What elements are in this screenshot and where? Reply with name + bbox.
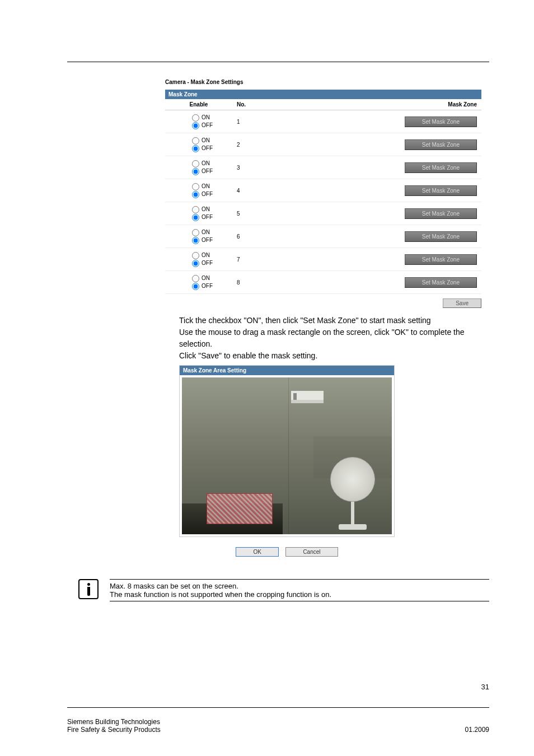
table-row: ONOFF4Set Mask Zone: [165, 179, 481, 202]
row-number: 2: [232, 133, 333, 156]
radio-off[interactable]: OFF: [192, 236, 228, 244]
row-number: 8: [232, 271, 333, 294]
page-footer: 31 Siemens Building Technologies Fire Sa…: [67, 707, 489, 734]
table-row: ONOFF3Set Mask Zone: [165, 156, 481, 179]
row-number: 5: [232, 202, 333, 225]
radio-on[interactable]: ON: [192, 206, 228, 213]
ac-unit-lamp: [293, 393, 297, 400]
page-number: 31: [481, 683, 489, 691]
table-row: ONOFF7Set Mask Zone: [165, 248, 481, 271]
video-preview[interactable]: [182, 377, 392, 534]
note-block: Max. 8 masks can be set on the screen. T…: [67, 579, 489, 601]
set-mask-zone-button[interactable]: Set Mask Zone: [405, 254, 477, 265]
radio-off[interactable]: OFF: [192, 144, 228, 152]
header-maskzone: Mask Zone: [333, 99, 481, 110]
set-mask-zone-button[interactable]: Set Mask Zone: [405, 139, 477, 150]
instruction-line-1: Tick the checkbox "ON", then click "Set …: [179, 315, 489, 326]
screenshot2-title: Mask Zone Area Setting: [180, 366, 394, 375]
radio-on[interactable]: ON: [192, 114, 228, 122]
row-number: 6: [232, 225, 333, 248]
header-enable: Enable: [165, 99, 232, 110]
radio-on[interactable]: ON: [192, 274, 228, 282]
mask-zone-settings-screenshot: Camera - Mask Zone Settings Mask Zone En…: [165, 79, 481, 308]
radio-on[interactable]: ON: [192, 160, 228, 167]
header-rule: [67, 62, 489, 62]
set-mask-zone-button[interactable]: Set Mask Zone: [405, 208, 477, 219]
mask-zone-panel-header: Mask Zone: [165, 90, 481, 99]
footer-left-1: Siemens Building Technologies: [67, 718, 160, 726]
cancel-button[interactable]: Cancel: [285, 547, 338, 557]
mask-rectangle[interactable]: [207, 493, 273, 524]
note-line-1: Max. 8 masks can be set on the screen.: [110, 582, 489, 590]
set-mask-zone-button[interactable]: Set Mask Zone: [405, 162, 477, 173]
set-mask-zone-button[interactable]: Set Mask Zone: [405, 185, 477, 196]
row-number: 3: [232, 156, 333, 179]
wall-corner: [288, 377, 289, 534]
instruction-line-3: Click "Save" to enable the mask setting.: [179, 350, 489, 362]
table-row: ONOFF1Set Mask Zone: [165, 110, 481, 133]
header-no: No.: [232, 99, 333, 110]
mask-zone-area-screenshot: Mask Zone Area Setting: [179, 365, 395, 537]
radio-off[interactable]: OFF: [192, 282, 228, 290]
row-number: 4: [232, 179, 333, 202]
table-row: ONOFF8Set Mask Zone: [165, 271, 481, 294]
instruction-line-2: Use the mouse to drag a mask rectangle o…: [179, 326, 489, 350]
set-mask-zone-button[interactable]: Set Mask Zone: [405, 231, 477, 242]
set-mask-zone-button[interactable]: Set Mask Zone: [405, 277, 477, 288]
radio-off[interactable]: OFF: [192, 167, 228, 175]
footer-left-2: Fire Safety & Security Products: [67, 726, 161, 734]
radio-on[interactable]: ON: [192, 183, 228, 190]
row-number: 7: [232, 248, 333, 271]
footer-right: 01.2009: [465, 726, 489, 734]
radio-on[interactable]: ON: [192, 137, 228, 144]
mask-zone-table: Enable No. Mask Zone ONOFF1Set Mask Zone…: [165, 99, 481, 294]
instructions-block: Tick the checkbox "ON", then click "Set …: [179, 315, 489, 362]
table-row: ONOFF2Set Mask Zone: [165, 133, 481, 156]
fan: [325, 457, 381, 530]
radio-off[interactable]: OFF: [192, 213, 228, 221]
radio-off[interactable]: OFF: [192, 122, 228, 129]
info-icon: [78, 579, 99, 599]
row-number: 1: [232, 110, 333, 133]
save-button[interactable]: Save: [443, 298, 481, 308]
screenshot1-title: Camera - Mask Zone Settings: [165, 79, 481, 85]
table-row: ONOFF5Set Mask Zone: [165, 202, 481, 225]
radio-on[interactable]: ON: [192, 228, 228, 236]
note-line-2: The mask function is not supported when …: [110, 590, 489, 601]
radio-off[interactable]: OFF: [192, 190, 228, 198]
radio-off[interactable]: OFF: [192, 259, 228, 267]
set-mask-zone-button[interactable]: Set Mask Zone: [405, 116, 477, 127]
table-row: ONOFF6Set Mask Zone: [165, 225, 481, 248]
ok-button[interactable]: OK: [236, 547, 278, 557]
radio-on[interactable]: ON: [192, 251, 228, 259]
